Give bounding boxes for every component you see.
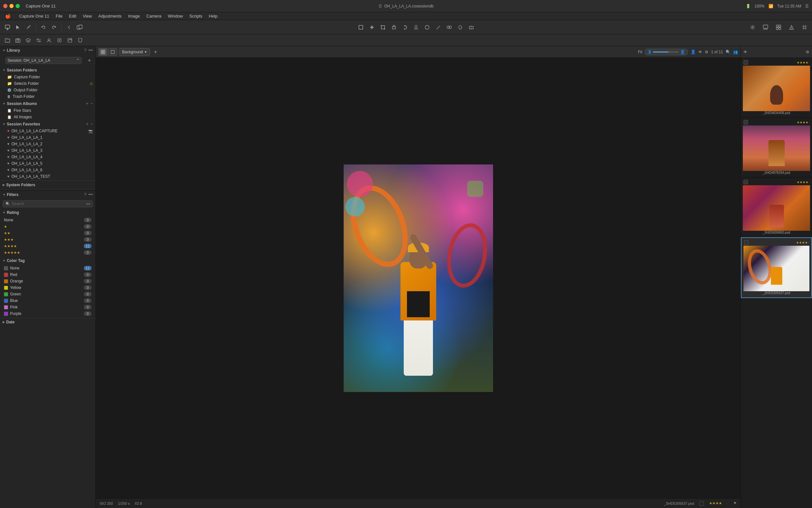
image-viewer[interactable] <box>96 58 741 498</box>
transform-tool[interactable] <box>389 23 399 32</box>
notification-icon[interactable]: ☰ <box>805 4 809 8</box>
import-button[interactable] <box>3 23 12 32</box>
color-tag-yellow-row[interactable]: Yellow 0 <box>0 284 95 291</box>
rating-2star-row[interactable]: ★★ 0 <box>0 230 95 236</box>
favorite-item-6[interactable]: ♥ OH_LA_LA_LA_6 <box>0 167 95 173</box>
filmstrip-check-1[interactable] <box>744 60 748 65</box>
viewer-adjust-icon[interactable]: ⚙ <box>705 50 708 54</box>
output-folder-item[interactable]: ⚙️ Output Folder <box>0 87 95 93</box>
favorite-item-3[interactable]: ♥ OH_LA_LA_LA_3 <box>0 147 95 154</box>
search-bar[interactable]: 🔍 ••• <box>3 200 93 207</box>
menu-scripts[interactable]: Scripts <box>187 13 205 19</box>
pan-tool[interactable] <box>367 23 377 32</box>
filmstrip-item-4[interactable]: ★★★★· _SHD5305637.psd <box>741 237 812 298</box>
capture-icon-btn[interactable] <box>13 35 23 45</box>
session-folders-header[interactable]: ▼ Session Folders <box>0 67 95 74</box>
crop-icon-btn[interactable] <box>55 35 64 45</box>
meta-icon-btn[interactable] <box>44 35 54 45</box>
rating-3star-row[interactable]: ★★★ 0 <box>0 236 95 243</box>
erase-tool[interactable] <box>466 23 476 32</box>
library-help[interactable]: ? <box>84 48 86 53</box>
add-session-button[interactable]: + <box>86 57 93 64</box>
rotate-tool[interactable] <box>400 23 410 32</box>
selection-tool[interactable] <box>356 23 366 32</box>
favorite-item-5[interactable]: ♥ OH_LA_LA_LA_5 <box>0 160 95 167</box>
filmstrip-check-4[interactable] <box>744 240 749 245</box>
filmstrip-item-2[interactable]: ★★★★· _SHD4978294.psd <box>741 118 812 177</box>
filmstrip-check-2[interactable] <box>744 120 748 125</box>
layers-icon-btn[interactable] <box>23 35 33 45</box>
all-images-album-item[interactable]: 📋 All Images <box>0 114 95 120</box>
grid-button[interactable] <box>800 23 809 32</box>
filmstrip-eye-icon[interactable]: 👁 <box>744 50 747 54</box>
minimize-button[interactable] <box>9 4 14 8</box>
cursor-tool[interactable] <box>13 23 23 32</box>
library-section-header[interactable]: ▼ Library ? ••• <box>0 46 95 54</box>
filmstrip-check-3[interactable] <box>744 180 748 184</box>
color-icon-btn[interactable] <box>65 35 75 45</box>
settings-button[interactable] <box>748 23 757 32</box>
session-select[interactable]: Session: OH_LA_LA_LA ⌃ <box>5 57 82 64</box>
menu-view[interactable]: View <box>80 13 95 19</box>
rating-1star-row[interactable]: ★ 0 <box>0 223 95 230</box>
filmstrip-item-1[interactable]: ★★★★· _SHD4834408.psd <box>741 58 812 118</box>
library-more[interactable]: ••• <box>88 48 93 53</box>
heal-tool[interactable] <box>456 23 465 32</box>
maximize-button[interactable] <box>15 4 20 8</box>
grid-view-button[interactable] <box>98 48 107 56</box>
filters-help[interactable]: ? <box>84 192 86 197</box>
info-checkbox[interactable] <box>699 501 704 506</box>
warning-button[interactable] <box>787 23 797 32</box>
color-tag-green-row[interactable]: Green 0 <box>0 291 95 297</box>
info-flag[interactable]: ⚑ <box>733 501 737 505</box>
viewer-eye-icon[interactable]: 👁 <box>698 50 702 54</box>
trash-folder-item[interactable]: 🗑 Trash Folder <box>0 93 95 100</box>
rating-4star-row[interactable]: ★★★★ 11 <box>0 243 95 249</box>
session-favorites-header[interactable]: ▼ Session Favorites + − <box>0 120 95 128</box>
keystone-tool[interactable] <box>411 23 421 32</box>
viewer-mode-button[interactable] <box>761 23 770 32</box>
color-tag-orange-row[interactable]: Orange 0 <box>0 278 95 284</box>
filmstrip-item-3[interactable]: ★★★★· _SHD5009850.psd <box>741 177 812 237</box>
undo-button[interactable] <box>39 23 48 32</box>
favorite-item-4[interactable]: ♥ OH_LA_LA_LA_4 <box>0 154 95 160</box>
color-tag-none-row[interactable]: None 11 <box>0 265 95 271</box>
system-folders-header[interactable]: ▶ System Folders <box>0 181 95 188</box>
rating-none-row[interactable]: None 0 <box>0 217 95 223</box>
favorites-remove[interactable]: − <box>90 122 93 126</box>
menu-capture-one[interactable]: Capture One 11 <box>16 13 52 19</box>
copy-variant-button[interactable] <box>75 23 85 32</box>
crop-tool[interactable] <box>378 23 388 32</box>
menu-edit[interactable]: Edit <box>66 13 79 19</box>
brush-tool[interactable] <box>23 23 33 32</box>
color-tag-purple-row[interactable]: Purple 0 <box>0 310 95 317</box>
color-tag-header[interactable]: ▼ Color Tag <box>0 257 95 264</box>
filters-section-header[interactable]: ▼ Filters ? ••• <box>0 190 95 199</box>
rating-5star-row[interactable]: ★★★★★ 0 <box>0 249 95 256</box>
color-tag-pink-row[interactable]: Pink 0 <box>0 304 95 310</box>
rating-header[interactable]: ▼ Rating <box>0 209 95 215</box>
shape-icon-btn[interactable] <box>75 35 85 45</box>
favorite-item-1[interactable]: ♥ OH_LA_LA_LA_1 <box>0 134 95 141</box>
favorites-add[interactable]: + <box>86 122 89 126</box>
menu-camera[interactable]: Camera <box>144 13 164 19</box>
selects-folder-item[interactable]: 📁 Selects Folder ⚠ <box>0 80 95 87</box>
layer-select[interactable]: Background ▼ <box>119 48 150 56</box>
favorite-item-test[interactable]: ♥ OH_LA_LA_LA_TEST <box>0 173 95 180</box>
zoom-track[interactable] <box>653 51 679 53</box>
search-input[interactable] <box>12 202 85 206</box>
color-tag-blue-row[interactable]: Blue 0 <box>0 297 95 304</box>
back-button[interactable] <box>64 23 74 32</box>
folder-icon-btn[interactable] <box>3 35 12 45</box>
viewer-add-person-icon[interactable]: 👥 <box>733 50 738 54</box>
layout-button[interactable] <box>774 23 783 32</box>
favorite-item-2[interactable]: ♥ OH_LA_LA_LA_2 <box>0 141 95 147</box>
filmstrip-adjust-icon[interactable]: ⚙ <box>806 50 809 54</box>
menu-help[interactable]: Help <box>206 13 220 19</box>
filter-icon-btn[interactable] <box>34 35 44 45</box>
capture-folder-item[interactable]: 📁 Capture Folder <box>0 74 95 80</box>
single-view-button[interactable] <box>108 48 117 56</box>
color-tag-red-row[interactable]: Red 0 <box>0 271 95 278</box>
albums-add[interactable]: + <box>86 101 89 106</box>
menu-file[interactable]: File <box>53 13 65 19</box>
